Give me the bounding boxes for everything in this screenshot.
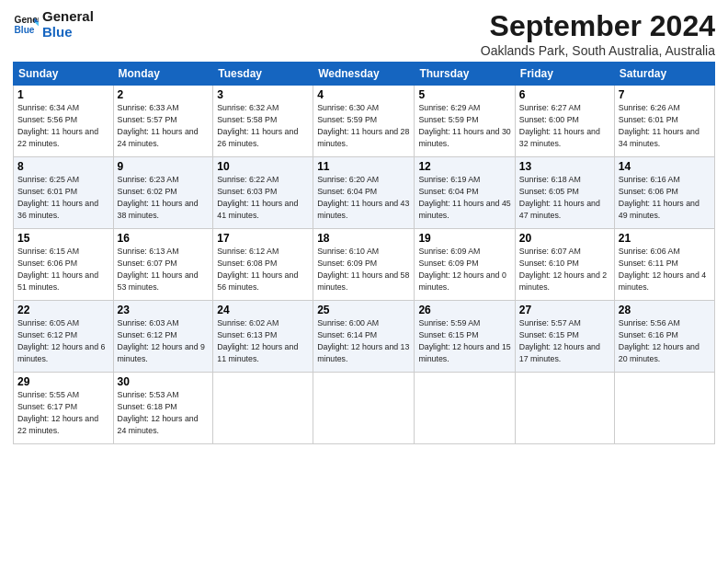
day-sunset: Sunset: 6:04 PM: [317, 187, 377, 196]
day-sunrise: Sunrise: 6:22 AM: [217, 175, 279, 184]
table-row: 30 Sunrise: 5:53 AM Sunset: 6:18 PM Dayl…: [113, 373, 213, 444]
header-tuesday: Tuesday: [213, 63, 313, 86]
weekday-header-row: Sunday Monday Tuesday Wednesday Thursday…: [14, 63, 715, 86]
day-sunset: Sunset: 6:18 PM: [118, 402, 177, 411]
day-number: 28: [619, 304, 711, 316]
day-sunset: Sunset: 6:16 PM: [619, 330, 678, 339]
day-sunset: Sunset: 6:09 PM: [418, 259, 478, 268]
table-row: 15 Sunrise: 6:15 AM Sunset: 6:06 PM Dayl…: [14, 229, 114, 301]
day-daylight: Daylight: 12 hours and 6 minutes.: [17, 342, 105, 363]
day-number: 4: [317, 88, 410, 101]
day-number: 25: [317, 304, 410, 316]
day-sunrise: Sunrise: 6:32 AM: [217, 103, 279, 112]
logo-icon: General Blue: [13, 12, 39, 38]
table-row: 2 Sunrise: 6:33 AM Sunset: 5:57 PM Dayli…: [113, 86, 213, 157]
day-sunrise: Sunrise: 6:19 AM: [418, 175, 480, 184]
day-sunrise: Sunrise: 6:20 AM: [317, 175, 379, 184]
day-sunset: Sunset: 6:03 PM: [217, 187, 277, 196]
day-sunset: Sunset: 5:56 PM: [17, 115, 77, 124]
day-daylight: Daylight: 12 hours and 20 minutes.: [619, 342, 700, 363]
calendar-week-row: 8 Sunrise: 6:25 AM Sunset: 6:01 PM Dayli…: [14, 157, 715, 229]
day-daylight: Daylight: 12 hours and 17 minutes.: [519, 342, 600, 363]
day-number: 8: [17, 160, 109, 173]
day-sunrise: Sunrise: 6:05 AM: [17, 318, 79, 327]
day-sunrise: Sunrise: 6:03 AM: [118, 318, 179, 327]
table-row: 20 Sunrise: 6:07 AM Sunset: 6:10 PM Dayl…: [515, 229, 614, 301]
calendar-week-row: 15 Sunrise: 6:15 AM Sunset: 6:06 PM Dayl…: [14, 229, 715, 301]
table-row: 21 Sunrise: 6:06 AM Sunset: 6:11 PM Dayl…: [614, 229, 714, 301]
table-row: [415, 373, 515, 444]
day-number: 9: [118, 160, 210, 173]
day-number: 16: [118, 232, 210, 245]
table-row: 23 Sunrise: 6:03 AM Sunset: 6:12 PM Dayl…: [113, 301, 213, 373]
header-saturday: Saturday: [614, 63, 714, 86]
day-number: 1: [17, 88, 109, 101]
day-sunrise: Sunrise: 5:59 AM: [418, 318, 480, 327]
day-sunset: Sunset: 6:13 PM: [217, 330, 277, 339]
table-row: 22 Sunrise: 6:05 AM Sunset: 6:12 PM Dayl…: [14, 301, 114, 373]
day-sunset: Sunset: 5:59 PM: [418, 115, 478, 124]
day-daylight: Daylight: 12 hours and 9 minutes.: [118, 342, 205, 363]
day-sunrise: Sunrise: 6:06 AM: [619, 247, 680, 256]
day-daylight: Daylight: 12 hours and 0 minutes.: [418, 270, 506, 292]
calendar-week-row: 22 Sunrise: 6:05 AM Sunset: 6:12 PM Dayl…: [14, 301, 715, 373]
day-number: 12: [418, 160, 510, 173]
table-row: 28 Sunrise: 5:56 AM Sunset: 6:16 PM Dayl…: [614, 301, 714, 373]
day-sunrise: Sunrise: 6:10 AM: [317, 247, 379, 256]
header-friday: Friday: [515, 63, 614, 86]
table-row: 6 Sunrise: 6:27 AM Sunset: 6:00 PM Dayli…: [515, 86, 614, 157]
day-daylight: Daylight: 11 hours and 47 minutes.: [519, 199, 600, 220]
header-thursday: Thursday: [415, 63, 515, 86]
table-row: 19 Sunrise: 6:09 AM Sunset: 6:09 PM Dayl…: [415, 229, 515, 301]
day-daylight: Daylight: 12 hours and 15 minutes.: [418, 342, 510, 363]
day-number: 23: [118, 304, 210, 316]
day-sunrise: Sunrise: 6:15 AM: [17, 247, 79, 256]
table-row: [614, 373, 714, 444]
day-number: 29: [17, 375, 109, 388]
day-sunrise: Sunrise: 6:13 AM: [118, 247, 179, 256]
day-sunrise: Sunrise: 6:18 AM: [519, 175, 581, 184]
title-block: September 2024 Oaklands Park, South Aust…: [481, 9, 715, 58]
table-row: [313, 373, 415, 444]
day-daylight: Daylight: 12 hours and 24 minutes.: [118, 414, 199, 435]
header-monday: Monday: [113, 63, 213, 86]
day-sunset: Sunset: 5:59 PM: [317, 115, 377, 124]
table-row: [515, 373, 614, 444]
table-row: 10 Sunrise: 6:22 AM Sunset: 6:03 PM Dayl…: [213, 157, 313, 229]
table-row: 7 Sunrise: 6:26 AM Sunset: 6:01 PM Dayli…: [614, 86, 714, 157]
table-row: 16 Sunrise: 6:13 AM Sunset: 6:07 PM Dayl…: [113, 229, 213, 301]
day-sunrise: Sunrise: 6:34 AM: [17, 103, 79, 112]
day-sunset: Sunset: 6:09 PM: [317, 259, 377, 268]
day-sunset: Sunset: 6:06 PM: [17, 259, 77, 268]
table-row: 27 Sunrise: 5:57 AM Sunset: 6:15 PM Dayl…: [515, 301, 614, 373]
day-daylight: Daylight: 11 hours and 28 minutes.: [317, 127, 409, 148]
day-sunset: Sunset: 5:58 PM: [217, 115, 277, 124]
table-row: 26 Sunrise: 5:59 AM Sunset: 6:15 PM Dayl…: [415, 301, 515, 373]
day-sunset: Sunset: 6:15 PM: [418, 330, 478, 339]
day-daylight: Daylight: 12 hours and 4 minutes.: [619, 270, 706, 292]
day-sunrise: Sunrise: 6:29 AM: [418, 103, 480, 112]
table-row: 24 Sunrise: 6:02 AM Sunset: 6:13 PM Dayl…: [213, 301, 313, 373]
day-daylight: Daylight: 11 hours and 26 minutes.: [217, 127, 298, 148]
day-sunrise: Sunrise: 5:57 AM: [519, 318, 581, 327]
day-daylight: Daylight: 11 hours and 24 minutes.: [118, 127, 199, 148]
day-daylight: Daylight: 12 hours and 22 minutes.: [17, 414, 98, 435]
day-sunrise: Sunrise: 6:33 AM: [118, 103, 179, 112]
day-sunrise: Sunrise: 5:56 AM: [619, 318, 680, 327]
day-sunrise: Sunrise: 6:27 AM: [519, 103, 581, 112]
day-sunrise: Sunrise: 6:07 AM: [519, 247, 581, 256]
day-sunrise: Sunrise: 6:12 AM: [217, 247, 279, 256]
day-daylight: Daylight: 11 hours and 32 minutes.: [519, 127, 600, 148]
day-daylight: Daylight: 11 hours and 58 minutes.: [317, 270, 409, 292]
logo-text-line1: General: [42, 9, 94, 25]
day-sunrise: Sunrise: 6:09 AM: [418, 247, 480, 256]
day-sunrise: Sunrise: 6:26 AM: [619, 103, 680, 112]
header: General Blue General Blue September 2024…: [13, 9, 715, 58]
day-sunset: Sunset: 6:15 PM: [519, 330, 579, 339]
day-number: 10: [217, 160, 309, 173]
day-sunset: Sunset: 6:01 PM: [619, 115, 678, 124]
day-sunset: Sunset: 6:06 PM: [619, 187, 678, 196]
day-daylight: Daylight: 12 hours and 11 minutes.: [217, 342, 298, 363]
day-daylight: Daylight: 11 hours and 53 minutes.: [118, 270, 199, 292]
day-daylight: Daylight: 12 hours and 2 minutes.: [519, 270, 607, 292]
